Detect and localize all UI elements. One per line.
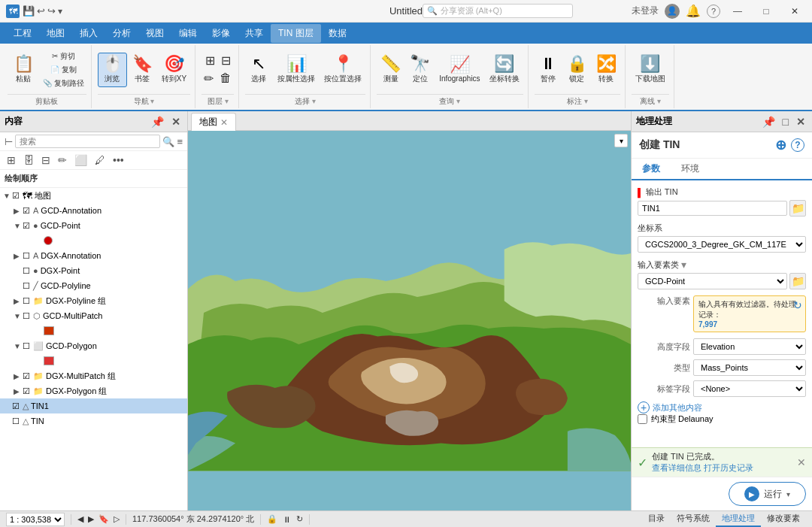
layer-props-btn[interactable]: ⬜ (72, 153, 89, 167)
geo-add-btn[interactable]: ⊕ (775, 137, 786, 153)
menu-edit[interactable]: 编辑 (171, 24, 205, 43)
select-btn[interactable]: ↖ 选择 (245, 53, 272, 86)
output-tin-folder-btn[interactable]: 📁 (789, 200, 806, 217)
check-dgx-point[interactable]: ☐ (23, 266, 33, 276)
infographics-btn[interactable]: 📈 Infographics (435, 54, 483, 85)
edit-layer-btn[interactable]: ✏ (56, 153, 69, 167)
check-gcd-polyline[interactable]: ☐ (23, 281, 33, 291)
help-btn[interactable]: ? (707, 5, 720, 18)
maximize-btn[interactable]: □ (755, 4, 777, 19)
expand-dgx-multipatch-group[interactable]: ▶ (14, 372, 23, 380)
add-bookmark-btn[interactable]: 🔖 (98, 514, 109, 524)
map-view-dropdown[interactable]: ▾ (614, 134, 628, 147)
close-btn[interactable]: ✕ (783, 4, 806, 19)
layer-btn1[interactable]: ⊞ (203, 53, 217, 68)
tab-geoprocessing[interactable]: 地理处理 (716, 511, 761, 527)
layer-item-gcd-multipatch[interactable]: ▼ ☐ ⬡ GCD-MultiPatch (0, 308, 187, 323)
redo-icon[interactable]: ↪ (47, 5, 56, 17)
expand-gcd-multipatch[interactable]: ▼ (14, 312, 23, 320)
notification-close-btn[interactable]: ✕ (797, 456, 806, 468)
add-others-btn[interactable]: + 添加其他内容 (638, 401, 806, 413)
zoom-lock-btn[interactable]: 🔒 (267, 514, 277, 524)
check-tin[interactable]: ☐ (12, 416, 23, 426)
menu-map[interactable]: 地图 (39, 24, 72, 43)
tab-params[interactable]: 参数 (632, 159, 671, 180)
save-icon[interactable]: 💾 (23, 5, 35, 17)
search-execute-btn[interactable]: 🔍 (162, 136, 174, 147)
copy-btn[interactable]: 📄 复制 (41, 64, 86, 76)
menu-insert[interactable]: 插入 (72, 24, 105, 43)
browse-btn[interactable]: 🖱️ 浏览 (98, 53, 127, 87)
nav-right-btn[interactable]: ▷ (114, 514, 120, 524)
check-dgx-multipatch-group[interactable]: ☑ (23, 371, 33, 381)
run-btn[interactable]: ▶ 运行 ▾ (729, 482, 806, 506)
menu-tin-layer[interactable]: TIN 图层 (271, 24, 321, 43)
run-dropdown-arrow[interactable]: ▾ (786, 490, 790, 498)
notification-icon[interactable]: 🔔 (686, 4, 701, 18)
options-icon[interactable]: ▾ (58, 6, 62, 17)
tab-catalog[interactable]: 目录 (642, 511, 671, 527)
geo-help-btn[interactable]: ? (791, 138, 804, 152)
check-dgx-annotation[interactable]: ☐ (23, 251, 33, 261)
close-map-tab-btn[interactable]: ✕ (220, 117, 228, 128)
user-label[interactable]: 未登录 (632, 5, 659, 17)
menu-project[interactable]: 工程 (6, 24, 39, 43)
type-select[interactable]: Mass_Points (693, 359, 806, 376)
layer-btn2[interactable]: ⊟ (219, 53, 233, 68)
layer-item-gcd-annotation[interactable]: ▶ ☑ A GCD-Annotation (0, 203, 187, 218)
locate-btn[interactable]: 🔭 定位 (406, 53, 434, 86)
expand-gcd-polygon[interactable]: ▼ (14, 342, 23, 350)
tag-field-select[interactable]: <None> (693, 380, 806, 397)
layer-item-gcd-point[interactable]: ▼ ☑ ● GCD-Point (0, 218, 187, 233)
global-search[interactable]: 🔍 分享资源 (Alt+Q) (423, 4, 573, 18)
refresh-map-btn[interactable]: ↻ (296, 514, 303, 524)
layer-item-tin[interactable]: ☐ △ TIN (0, 413, 187, 429)
layer-item-dgx-annotation[interactable]: ▶ ☐ A DGX-Annotation (0, 248, 187, 263)
menu-imagery[interactable]: 影像 (205, 24, 238, 43)
input-features-dropdown-arrow[interactable]: ▾ (681, 259, 686, 271)
output-tin-input[interactable] (638, 201, 787, 216)
add-layer-btn[interactable]: ⊞ (5, 153, 18, 167)
input-features-class-select[interactable]: GCD-Point (638, 273, 787, 289)
copy-path-btn[interactable]: 📎 复制路径 (41, 77, 86, 89)
check-dgx-polyline-group[interactable]: ☐ (23, 296, 33, 306)
height-field-select[interactable]: Elevation (693, 338, 806, 355)
layer-btn3[interactable]: ✏ (201, 71, 216, 86)
map-tab[interactable]: 地图 ✕ (191, 113, 236, 131)
coord-transform-btn[interactable]: 🔄 坐标转换 (486, 53, 523, 86)
layer-item-tin1[interactable]: ☑ △ TIN1 (0, 398, 187, 413)
nav-prev-btn[interactable]: ◀ (77, 514, 83, 524)
bookmark-btn[interactable]: 🔖 书签 (129, 53, 156, 86)
expand-dgx-polyline-group[interactable]: ▶ (14, 297, 23, 305)
coordinate-select[interactable]: CGCS2000_3_Degree_GK_CM_117E (638, 236, 806, 253)
convert-btn[interactable]: 🔀 转换 (592, 53, 620, 86)
layer-paint-btn[interactable]: 🖊 (92, 153, 108, 167)
download-map-btn[interactable]: ⬇️ 下载地图 (632, 53, 669, 86)
goto-xy-btn[interactable]: 🎯 转到XY (158, 53, 190, 86)
layer-item-dgx-polygon-group[interactable]: ▶ ☑ 📁 DGX-Polygon 组 (0, 383, 187, 398)
layer-item-dgx-point[interactable]: ☐ ● DGX-Point (0, 263, 187, 278)
pin-geo-btn[interactable]: 📌 (760, 115, 777, 129)
expand-geo-btn[interactable]: □ (780, 115, 791, 129)
tab-modify-features[interactable]: 修改要素 (761, 511, 806, 527)
tab-symbology[interactable]: 符号系统 (671, 511, 716, 527)
pause-btn[interactable]: ⏸ 暂停 (535, 53, 562, 86)
check-gcd-annotation[interactable]: ☑ (23, 206, 33, 216)
paste-btn[interactable]: 📋 粘贴 (8, 53, 39, 86)
pin-contents-btn[interactable]: 📌 (149, 115, 166, 129)
input-features-class-folder-btn[interactable]: 📁 (789, 273, 806, 289)
db-icon-btn[interactable]: 🗄 (21, 153, 36, 167)
check-tin1[interactable]: ☑ (12, 401, 23, 411)
check-gcd-polygon[interactable]: ☐ (23, 341, 33, 351)
lock-btn[interactable]: 🔒 锁定 (563, 53, 591, 86)
check-map[interactable]: ☑ (12, 191, 23, 201)
view-details-link[interactable]: 查看详细信息 (652, 463, 701, 472)
expand-gcd-annotation[interactable]: ▶ (14, 207, 23, 215)
measure-btn[interactable]: 📏 测量 (377, 53, 404, 86)
layer-item-gcd-polyline[interactable]: ☐ ╱ GCD-Polyline (0, 278, 187, 293)
layer-item-dgx-polyline-group[interactable]: ▶ ☐ 📁 DGX-Polyline 组 (0, 293, 187, 308)
layer-item-map[interactable]: ▼ ☑ 🗺 地图 (0, 188, 187, 203)
menu-analysis[interactable]: 分析 (105, 24, 138, 43)
menu-data[interactable]: 数据 (321, 24, 354, 43)
user-avatar[interactable]: 👤 (665, 4, 680, 19)
